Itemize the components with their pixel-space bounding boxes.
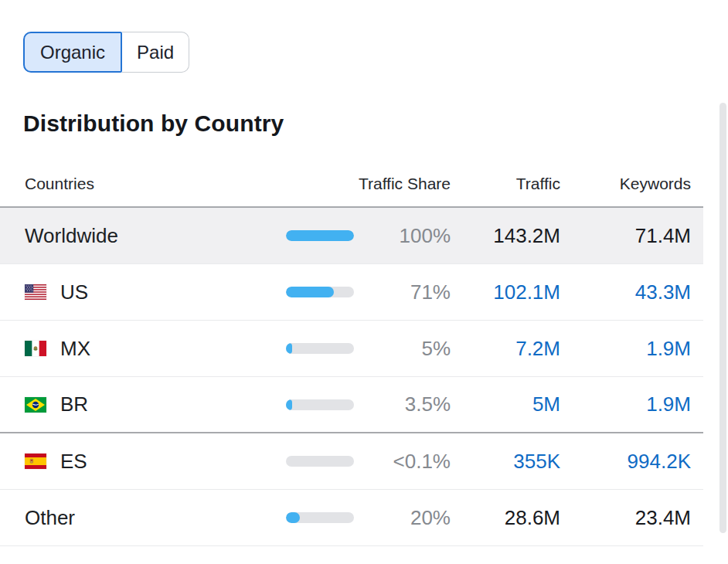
traffic-value: 143.2M xyxy=(451,224,560,248)
country-cell: ES xyxy=(25,450,286,474)
tab-paid[interactable]: Paid xyxy=(122,32,189,73)
country-name: Worldwide xyxy=(25,224,118,248)
country-name: Other xyxy=(25,506,75,530)
tab-organic[interactable]: Organic xyxy=(23,32,122,73)
country-distribution-table: Worldwide 100% 143.2M 71.4M xyxy=(0,206,703,546)
table-row-mx: MX 5% 7.2M 1.9M xyxy=(0,321,703,377)
traffic-share-value: 5% xyxy=(354,337,451,361)
traffic-share-value: 3.5% xyxy=(354,392,451,416)
table-row-worldwide: Worldwide 100% 143.2M 71.4M xyxy=(0,208,703,264)
traffic-share-bar xyxy=(286,287,354,297)
country-name: US xyxy=(60,280,88,304)
column-header-countries: Countries xyxy=(25,175,286,193)
country-cell: Worldwide xyxy=(25,224,286,248)
traffic-value-link: 102.1M xyxy=(451,280,560,304)
table-row-other: Other 20% 28.6M 23.4M xyxy=(0,490,703,546)
keywords-value-link: 994.2K xyxy=(560,450,691,474)
column-header-traffic: Traffic xyxy=(451,175,560,193)
traffic-value-link: 355K xyxy=(451,450,560,474)
br-flag-icon xyxy=(25,397,46,413)
column-header-keywords: Keywords xyxy=(560,175,691,193)
table-header: Countries Traffic Share Traffic Keywords xyxy=(0,172,703,196)
traffic-share-bar xyxy=(286,230,354,241)
keywords-value: 23.4M xyxy=(560,506,691,530)
table-row-us: US 71% 102.1M 43.3M xyxy=(0,264,703,321)
traffic-share-bar xyxy=(286,512,354,523)
keywords-value-link: 43.3M xyxy=(560,280,691,304)
country-name: BR xyxy=(60,392,88,416)
country-cell: Other xyxy=(25,506,286,530)
us-flag-icon xyxy=(25,284,46,300)
table-row-br: BR 3.5% 5M 1.9M xyxy=(0,377,703,433)
traffic-share-bar xyxy=(286,343,354,354)
traffic-value-link: 7.2M xyxy=(451,337,560,361)
traffic-share-bar xyxy=(286,399,354,410)
mx-flag-icon xyxy=(25,341,46,356)
traffic-type-toggle: Organic Paid xyxy=(23,32,189,73)
table-row-es: ES <0.1% 355K 994.2K xyxy=(0,433,703,490)
country-name: ES xyxy=(60,450,87,474)
country-cell: MX xyxy=(25,337,286,361)
vertical-scrollbar[interactable] xyxy=(719,103,726,533)
keywords-value-link: 1.9M xyxy=(560,392,691,416)
section-title: Distribution by Country xyxy=(23,107,284,141)
country-cell: US xyxy=(25,280,286,304)
country-name: MX xyxy=(60,337,90,361)
traffic-share-value: <0.1% xyxy=(354,450,451,474)
country-cell: BR xyxy=(25,392,286,416)
keywords-value: 71.4M xyxy=(560,224,691,248)
traffic-share-value: 100% xyxy=(354,224,451,248)
traffic-value: 28.6M xyxy=(451,506,560,530)
column-header-traffic-share: Traffic Share xyxy=(286,175,451,193)
keywords-value-link: 1.9M xyxy=(560,337,691,361)
traffic-share-value: 20% xyxy=(354,506,451,530)
traffic-share-value: 71% xyxy=(354,280,451,304)
es-flag-icon xyxy=(25,454,46,469)
traffic-value-link: 5M xyxy=(451,392,560,416)
traffic-share-bar xyxy=(286,456,354,467)
